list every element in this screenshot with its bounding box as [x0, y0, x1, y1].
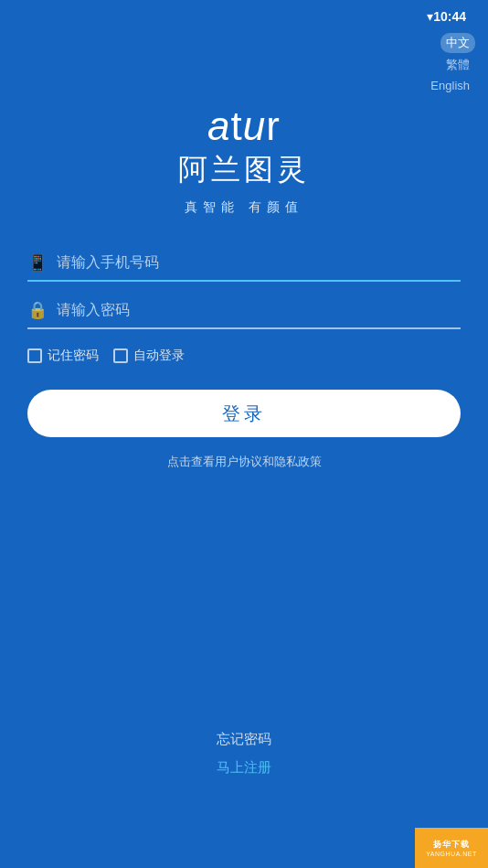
remember-label: 记住密码: [48, 348, 99, 364]
autologin-checkbox[interactable]: [113, 348, 128, 363]
status-time: 10:44: [433, 9, 466, 24]
watermark-line1: 扬华下载: [433, 839, 470, 851]
lang-option-tw[interactable]: 繁體: [440, 55, 475, 75]
remember-checkbox[interactable]: [27, 348, 42, 363]
privacy-policy-link[interactable]: 点击查看用户协议和隐私政策: [27, 454, 461, 470]
watermark-line2: YANGHUA.NET: [426, 851, 477, 857]
wifi-icon: ▾: [427, 9, 433, 24]
forgot-password-link[interactable]: 忘记密码: [217, 731, 271, 748]
auto-login-option[interactable]: 自动登录: [113, 348, 185, 364]
brand-logo-cn: 阿兰图灵: [178, 150, 310, 190]
lang-option-en[interactable]: English: [425, 77, 475, 94]
autologin-label: 自动登录: [133, 348, 185, 364]
logo-area: atur 阿兰图灵 真智能 有颜值: [0, 106, 488, 216]
login-form: 📱 🔒 记住密码 自动登录 登录 点击查看用户协议和隐私政策: [0, 252, 488, 470]
brand-logo-latin: atur: [207, 106, 281, 146]
password-input[interactable]: [57, 302, 461, 318]
password-input-group: 🔒: [27, 300, 461, 329]
remember-password-option[interactable]: 记住密码: [27, 348, 99, 364]
login-button[interactable]: 登录: [27, 390, 461, 437]
lang-option-zh[interactable]: 中文: [440, 33, 475, 53]
options-row: 记住密码 自动登录: [27, 348, 461, 364]
lock-icon: 🔒: [27, 300, 48, 320]
phone-input-group: 📱: [27, 252, 461, 282]
phone-icon: 📱: [27, 252, 48, 273]
watermark: 扬华下载 YANGHUA.NET: [415, 828, 488, 868]
bottom-links: 忘记密码 马上注册: [0, 731, 488, 777]
phone-input[interactable]: [57, 254, 461, 271]
language-switcher: 中文 繁體 English: [425, 33, 475, 94]
brand-tagline: 真智能 有颜值: [185, 199, 303, 216]
status-bar: ▾ 10:44: [0, 0, 488, 33]
register-link[interactable]: 马上注册: [217, 759, 271, 777]
